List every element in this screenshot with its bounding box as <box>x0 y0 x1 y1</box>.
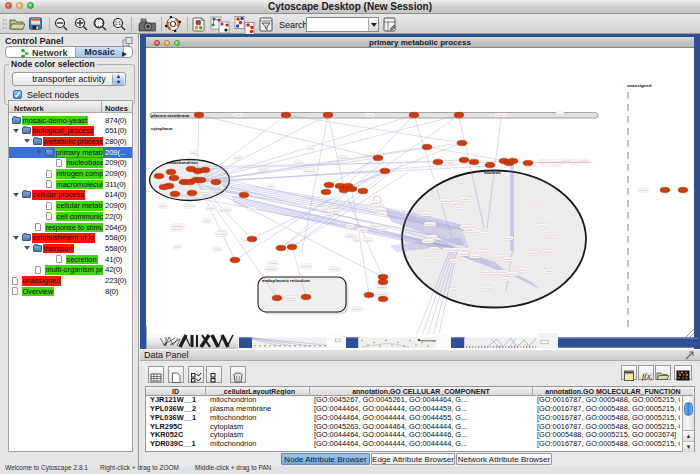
svg-text:nucleus: nucleus <box>484 170 501 175</box>
svg-text:f(x): f(x) <box>642 372 652 381</box>
svg-text:endoplasmic reticulum: endoplasmic reticulum <box>262 278 310 283</box>
svg-text:1:1: 1:1 <box>115 21 122 26</box>
svg-text:mitochondrion: mitochondrion <box>167 160 198 165</box>
svg-text:cytoplasm: cytoplasm <box>151 126 173 131</box>
svg-text:unassigned: unassigned <box>627 83 652 88</box>
svg-text:plasma membrane: plasma membrane <box>151 113 190 118</box>
